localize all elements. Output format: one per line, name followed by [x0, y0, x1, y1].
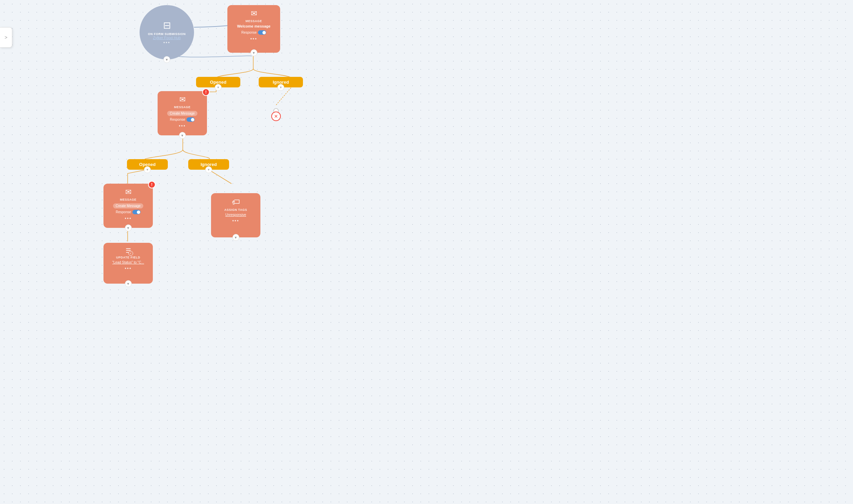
message2-icon: ✉: [125, 188, 131, 197]
opened-badge-2[interactable]: Opened ▼: [127, 159, 168, 170]
message2-label: MESSAGE: [120, 198, 136, 201]
assign-name[interactable]: Unresponsive: [225, 213, 246, 217]
update-expand[interactable]: ▼: [125, 280, 132, 287]
message1-response-label: Response: [170, 118, 185, 121]
assign-tags-node: 🏷 ASSIGN TAGS Unresponsive ••• ▼: [211, 193, 260, 237]
message-icon: ✉: [251, 9, 257, 18]
welcome-expand[interactable]: ▼: [251, 49, 257, 56]
sidebar-toggle[interactable]: >: [0, 27, 12, 48]
message1-label: MESSAGE: [174, 105, 191, 109]
assign-label: ASSIGN TAGS: [224, 208, 247, 212]
assign-dots[interactable]: •••: [232, 218, 239, 223]
message1-pill[interactable]: Create Message: [167, 111, 197, 116]
delete-node-1[interactable]: ✕: [271, 112, 281, 121]
update-value[interactable]: "Lead Status" to "C...: [112, 261, 144, 264]
message2-response-label: Response: [116, 210, 131, 214]
message1-icon: ✉: [179, 95, 186, 104]
ignored-badge-2[interactable]: Ignored ▼: [188, 159, 229, 170]
assign-expand[interactable]: ▼: [232, 234, 239, 241]
opened2-expand[interactable]: ▼: [144, 166, 151, 173]
message1-dots[interactable]: •••: [179, 123, 186, 129]
message2-pill[interactable]: Create Message: [113, 203, 143, 208]
ignored1-expand[interactable]: ▼: [277, 84, 284, 91]
ignored2-expand[interactable]: ▼: [205, 166, 212, 173]
trigger-title: ON FORM SUBMISSION: [148, 32, 186, 36]
tag-icon: 🏷: [232, 197, 240, 207]
trigger-node: ⊟ ON FORM SUBMISSION Zylker Food Hub •••…: [140, 5, 194, 60]
form-icon: ⊟: [163, 20, 171, 31]
message1-toggle[interactable]: [187, 117, 195, 122]
update-dots[interactable]: •••: [125, 266, 132, 271]
message-node-2: ! ✉ MESSAGE Create Message Response ••• …: [103, 184, 153, 228]
opened1-expand[interactable]: ▼: [215, 84, 222, 91]
opened-badge-1[interactable]: Opened ▼: [196, 77, 240, 87]
chevron-right-icon: >: [4, 35, 7, 40]
response-toggle[interactable]: [258, 30, 266, 35]
trigger-dots[interactable]: •••: [163, 40, 171, 45]
update-label: UPDATE FIELD: [116, 256, 140, 259]
toggle-label: Response: [241, 31, 257, 34]
node-name: Welcome message: [237, 24, 270, 28]
error-badge-1: !: [202, 88, 210, 96]
message-node-1: ! ✉ MESSAGE Create Message Response ••• …: [158, 91, 207, 135]
error-badge-2: !: [148, 181, 156, 188]
welcome-message-node: ✉ MESSAGE Welcome message Response ••• ▼: [227, 5, 280, 53]
node-dots[interactable]: •••: [250, 36, 257, 41]
message2-toggle[interactable]: [132, 210, 141, 214]
trigger-link[interactable]: Zylker Food Hub: [153, 36, 180, 40]
message2-expand[interactable]: ▼: [125, 224, 132, 231]
ignored-badge-1[interactable]: Ignored ▼: [259, 77, 303, 87]
node-label: MESSAGE: [245, 19, 262, 23]
update-field-node: ☰ ✓ UPDATE FIELD "Lead Status" to "C... …: [103, 243, 153, 284]
trigger-expand[interactable]: ▼: [163, 56, 170, 63]
update-check-icon: ✓: [128, 251, 133, 256]
message1-expand[interactable]: ▼: [179, 132, 186, 139]
message2-dots[interactable]: •••: [125, 216, 132, 221]
